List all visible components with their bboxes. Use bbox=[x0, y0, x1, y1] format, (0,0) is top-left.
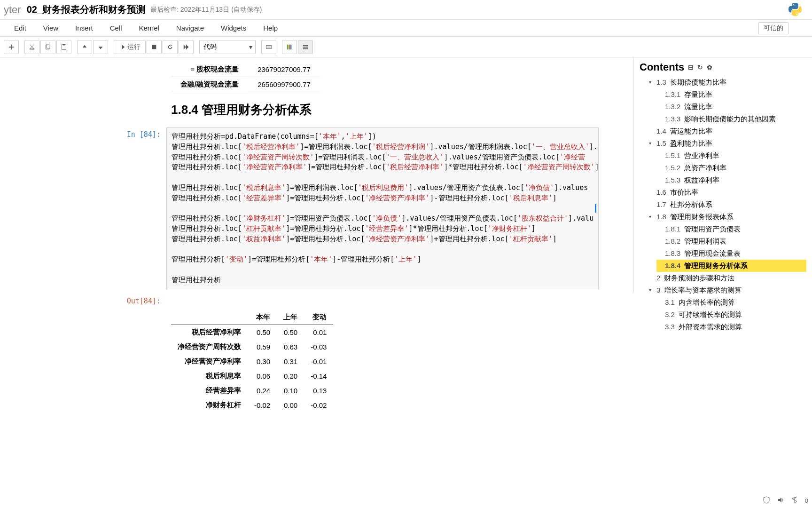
copy-button[interactable] bbox=[40, 40, 55, 54]
toc-label: 管理用财务报表体系 bbox=[670, 211, 734, 222]
toc-item[interactable]: ▾1.8管理用财务报表体系 bbox=[648, 211, 806, 223]
cell-type-value: 代码 bbox=[203, 43, 217, 51]
toc-item[interactable]: 1.6市价比率 bbox=[648, 186, 806, 198]
toc-item[interactable]: 3.1内含增长率的测算 bbox=[656, 296, 806, 309]
toc-item[interactable]: 1.8.2管理用利润表 bbox=[656, 235, 806, 247]
row-label: 税后经营净利率 bbox=[171, 325, 248, 340]
toc-number: 1.5.3 bbox=[665, 175, 680, 186]
menu-insert[interactable]: Insert bbox=[67, 21, 102, 35]
toc-item[interactable]: 1.4营运能力比率 bbox=[648, 125, 806, 137]
svg-rect-3 bbox=[63, 44, 65, 45]
table-cell: 0.30 bbox=[248, 354, 277, 369]
code-cell[interactable]: In [84]: 管理用杜邦分析=pd.DataFrame(columns=['… bbox=[86, 127, 726, 289]
row-label: 净经营资产周转次数 bbox=[171, 340, 248, 354]
menu-cell[interactable]: Cell bbox=[102, 21, 131, 35]
toc-item[interactable]: 1.8.1管理用资产负债表 bbox=[656, 223, 806, 235]
toc-label: 管理用财务分析体系 bbox=[684, 260, 748, 271]
toc-item[interactable]: 3.3外部资本需求的测算 bbox=[656, 321, 806, 333]
toc-item[interactable]: ▾3增长率与资本需求的测算 bbox=[648, 284, 806, 296]
chevron-icon: ▾ bbox=[649, 79, 655, 86]
toc-item[interactable]: 1.5.1营业净利率 bbox=[656, 150, 806, 162]
restart-run-all-button[interactable] bbox=[179, 40, 194, 54]
toc-item[interactable]: 1.5.3权益净利率 bbox=[656, 174, 806, 186]
menu-edit[interactable]: Edit bbox=[6, 21, 35, 35]
paste-button[interactable] bbox=[56, 40, 71, 54]
row-label: 净财务杠杆 bbox=[171, 398, 248, 413]
table-cell: 0.20 bbox=[277, 369, 304, 383]
toc-toggle-button[interactable] bbox=[298, 40, 313, 54]
table-row: 经营差异率0.240.100.13 bbox=[171, 383, 333, 398]
toc-tree: ▾1.3长期偿债能力比率1.3.1存量比率1.3.2流量比率1.3.3影响长期偿… bbox=[640, 76, 806, 333]
chevron-icon: ▾ bbox=[649, 286, 655, 294]
security-icon[interactable] bbox=[763, 496, 770, 505]
cell-type-select[interactable]: 代码 bbox=[199, 40, 256, 54]
trusted-indicator[interactable]: 可信的 bbox=[758, 22, 789, 34]
autosave-status: (自动保存) bbox=[231, 6, 262, 14]
table-cell: -0.03 bbox=[304, 340, 333, 354]
cut-button[interactable] bbox=[24, 40, 39, 54]
toc-label: 管理用利润表 bbox=[684, 236, 726, 247]
toc-label: 管理用资产负债表 bbox=[684, 223, 741, 235]
time-digit: 0 bbox=[805, 497, 808, 504]
toc-item[interactable]: ▾1.5盈利能力比率 bbox=[648, 137, 806, 150]
code-editor[interactable]: 管理用杜邦分析=pd.DataFrame(columns=['本年','上年']… bbox=[166, 127, 599, 289]
command-palette-button[interactable] bbox=[261, 40, 276, 54]
toc-number: 1.8.1 bbox=[665, 223, 680, 235]
bluetooth-icon[interactable] bbox=[791, 496, 798, 505]
menu-help[interactable]: Help bbox=[255, 21, 286, 35]
toc-collapse-icon[interactable]: ⊟ bbox=[688, 64, 694, 71]
menu-navigate[interactable]: Navigate bbox=[168, 21, 212, 35]
toc-number: 1.3 bbox=[656, 77, 666, 88]
svg-rect-6 bbox=[287, 44, 289, 49]
toc-settings-icon[interactable]: ✿ bbox=[707, 64, 712, 71]
toc-number: 1.5.1 bbox=[665, 150, 680, 161]
system-tray: 0 bbox=[763, 496, 808, 505]
toc-item[interactable]: 1.7杜邦分析体系 bbox=[648, 198, 806, 211]
run-button[interactable]: 运行 bbox=[114, 40, 146, 54]
chevron-icon: ▾ bbox=[649, 140, 655, 147]
table-row: 税后经营净利率0.500.500.01 bbox=[171, 325, 333, 340]
toc-number: 1.8.2 bbox=[665, 236, 680, 247]
toc-item[interactable]: 1.8.4管理用财务分析体系 bbox=[656, 260, 806, 272]
toc-number: 1.3.2 bbox=[665, 101, 680, 112]
toc-label: 内含增长率的测算 bbox=[679, 297, 735, 308]
toc-number: 3 bbox=[656, 285, 660, 296]
move-up-button[interactable] bbox=[77, 40, 92, 54]
move-down-button[interactable] bbox=[93, 40, 108, 54]
toc-item[interactable]: 1.5.2总资产净利率 bbox=[656, 162, 806, 174]
toc-item[interactable]: 1.3.1存量比率 bbox=[656, 88, 806, 101]
toc-number: 3.1 bbox=[665, 297, 675, 308]
toc-refresh-icon[interactable]: ↻ bbox=[697, 64, 703, 71]
toc-number: 1.5 bbox=[656, 138, 666, 149]
col-header: 变动 bbox=[304, 310, 333, 325]
row-label: 经营差异率 bbox=[171, 383, 248, 398]
menu-widgets[interactable]: Widgets bbox=[212, 21, 255, 35]
run-button-label: 运行 bbox=[127, 43, 141, 51]
restart-button[interactable] bbox=[163, 40, 178, 54]
toc-title: Contents bbox=[640, 61, 684, 73]
toc-number: 1.8.4 bbox=[665, 260, 680, 271]
toc-item[interactable]: 1.3.3影响长期偿债能力的其他因素 bbox=[656, 113, 806, 125]
toc-item[interactable]: 1.3.2流量比率 bbox=[656, 101, 806, 113]
sound-icon[interactable] bbox=[777, 496, 784, 505]
out-prompt: Out[84]: bbox=[86, 294, 166, 305]
menu-view[interactable]: View bbox=[35, 21, 67, 35]
toc-label: 财务预测的步骤和方法 bbox=[664, 272, 734, 284]
variable-inspector-button[interactable] bbox=[282, 40, 297, 54]
toc-item[interactable]: ▾1.3长期偿债能力比率 bbox=[648, 76, 806, 88]
toc-label: 流量比率 bbox=[684, 101, 712, 112]
toc-item[interactable]: 3.2可持续增长率的测算 bbox=[656, 309, 806, 321]
table-cell: 0.50 bbox=[277, 325, 304, 340]
add-cell-button[interactable] bbox=[4, 40, 19, 54]
svg-rect-7 bbox=[289, 44, 290, 49]
menu-kernel[interactable]: Kernel bbox=[130, 21, 167, 35]
toc-item[interactable]: 1.8.3管理用现金流量表 bbox=[656, 247, 806, 260]
table-row: 净财务杠杆-0.020.00-0.02 bbox=[171, 398, 333, 413]
toc-item[interactable]: 2财务预测的步骤和方法 bbox=[648, 272, 806, 284]
interrupt-button[interactable] bbox=[147, 40, 162, 54]
toc-label: 杜邦分析体系 bbox=[670, 199, 712, 210]
toc-number: 3.3 bbox=[665, 321, 675, 333]
table-cell: 0.01 bbox=[304, 325, 333, 340]
toc-panel: Contents ⊟ ↻ ✿ ▾1.3长期偿债能力比率1.3.1存量比率1.3.… bbox=[633, 57, 812, 293]
notebook-title[interactable]: 02_财务报表分析和财务预测 bbox=[27, 3, 146, 16]
